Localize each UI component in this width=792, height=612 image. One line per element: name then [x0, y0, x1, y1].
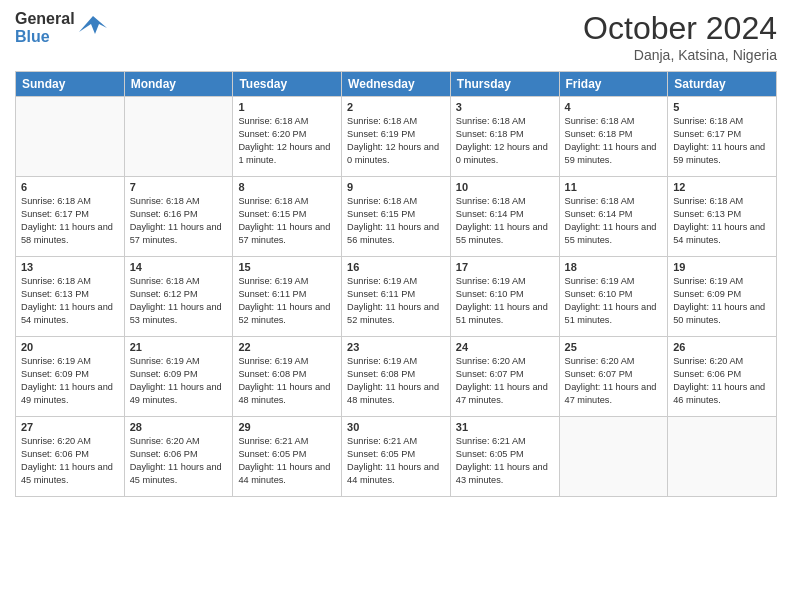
calendar-week-3: 13Sunrise: 6:18 AM Sunset: 6:13 PM Dayli… [16, 257, 777, 337]
day-number: 12 [673, 181, 771, 193]
day-info: Sunrise: 6:18 AM Sunset: 6:18 PM Dayligh… [565, 115, 663, 167]
calendar-cell: 15Sunrise: 6:19 AM Sunset: 6:11 PM Dayli… [233, 257, 342, 337]
calendar-cell: 12Sunrise: 6:18 AM Sunset: 6:13 PM Dayli… [668, 177, 777, 257]
day-number: 26 [673, 341, 771, 353]
calendar-cell: 22Sunrise: 6:19 AM Sunset: 6:08 PM Dayli… [233, 337, 342, 417]
calendar-cell [668, 417, 777, 497]
day-info: Sunrise: 6:18 AM Sunset: 6:15 PM Dayligh… [347, 195, 445, 247]
day-info: Sunrise: 6:18 AM Sunset: 6:17 PM Dayligh… [21, 195, 119, 247]
calendar-cell: 31Sunrise: 6:21 AM Sunset: 6:05 PM Dayli… [450, 417, 559, 497]
calendar-cell: 29Sunrise: 6:21 AM Sunset: 6:05 PM Dayli… [233, 417, 342, 497]
calendar-cell: 25Sunrise: 6:20 AM Sunset: 6:07 PM Dayli… [559, 337, 668, 417]
day-info: Sunrise: 6:19 AM Sunset: 6:08 PM Dayligh… [347, 355, 445, 407]
day-info: Sunrise: 6:20 AM Sunset: 6:06 PM Dayligh… [673, 355, 771, 407]
logo-bird-icon [79, 14, 107, 42]
day-number: 25 [565, 341, 663, 353]
calendar-cell: 1Sunrise: 6:18 AM Sunset: 6:20 PM Daylig… [233, 97, 342, 177]
day-info: Sunrise: 6:18 AM Sunset: 6:18 PM Dayligh… [456, 115, 554, 167]
day-info: Sunrise: 6:19 AM Sunset: 6:10 PM Dayligh… [456, 275, 554, 327]
day-number: 3 [456, 101, 554, 113]
day-info: Sunrise: 6:20 AM Sunset: 6:06 PM Dayligh… [21, 435, 119, 487]
logo-text-general: General [15, 10, 75, 28]
calendar-cell: 3Sunrise: 6:18 AM Sunset: 6:18 PM Daylig… [450, 97, 559, 177]
calendar-header-row: Sunday Monday Tuesday Wednesday Thursday… [16, 72, 777, 97]
day-info: Sunrise: 6:19 AM Sunset: 6:08 PM Dayligh… [238, 355, 336, 407]
day-number: 7 [130, 181, 228, 193]
calendar-cell: 13Sunrise: 6:18 AM Sunset: 6:13 PM Dayli… [16, 257, 125, 337]
day-number: 9 [347, 181, 445, 193]
day-info: Sunrise: 6:18 AM Sunset: 6:12 PM Dayligh… [130, 275, 228, 327]
day-number: 13 [21, 261, 119, 273]
calendar-cell: 5Sunrise: 6:18 AM Sunset: 6:17 PM Daylig… [668, 97, 777, 177]
day-info: Sunrise: 6:19 AM Sunset: 6:09 PM Dayligh… [21, 355, 119, 407]
calendar-cell: 19Sunrise: 6:19 AM Sunset: 6:09 PM Dayli… [668, 257, 777, 337]
day-info: Sunrise: 6:19 AM Sunset: 6:09 PM Dayligh… [673, 275, 771, 327]
calendar-cell: 28Sunrise: 6:20 AM Sunset: 6:06 PM Dayli… [124, 417, 233, 497]
day-number: 10 [456, 181, 554, 193]
calendar-cell: 17Sunrise: 6:19 AM Sunset: 6:10 PM Dayli… [450, 257, 559, 337]
calendar-cell: 27Sunrise: 6:20 AM Sunset: 6:06 PM Dayli… [16, 417, 125, 497]
calendar-cell [124, 97, 233, 177]
day-number: 24 [456, 341, 554, 353]
logo-text-blue: Blue [15, 28, 75, 46]
col-saturday: Saturday [668, 72, 777, 97]
calendar-cell: 4Sunrise: 6:18 AM Sunset: 6:18 PM Daylig… [559, 97, 668, 177]
calendar-cell [16, 97, 125, 177]
calendar-cell: 11Sunrise: 6:18 AM Sunset: 6:14 PM Dayli… [559, 177, 668, 257]
col-friday: Friday [559, 72, 668, 97]
col-tuesday: Tuesday [233, 72, 342, 97]
day-info: Sunrise: 6:20 AM Sunset: 6:07 PM Dayligh… [456, 355, 554, 407]
day-info: Sunrise: 6:18 AM Sunset: 6:14 PM Dayligh… [565, 195, 663, 247]
day-number: 28 [130, 421, 228, 433]
day-number: 20 [21, 341, 119, 353]
calendar-cell: 10Sunrise: 6:18 AM Sunset: 6:14 PM Dayli… [450, 177, 559, 257]
day-number: 18 [565, 261, 663, 273]
calendar-week-5: 27Sunrise: 6:20 AM Sunset: 6:06 PM Dayli… [16, 417, 777, 497]
day-info: Sunrise: 6:19 AM Sunset: 6:09 PM Dayligh… [130, 355, 228, 407]
day-info: Sunrise: 6:21 AM Sunset: 6:05 PM Dayligh… [456, 435, 554, 487]
calendar-cell [559, 417, 668, 497]
day-number: 1 [238, 101, 336, 113]
svg-marker-0 [79, 16, 107, 34]
day-info: Sunrise: 6:19 AM Sunset: 6:11 PM Dayligh… [347, 275, 445, 327]
location-subtitle: Danja, Katsina, Nigeria [583, 47, 777, 63]
calendar-cell: 6Sunrise: 6:18 AM Sunset: 6:17 PM Daylig… [16, 177, 125, 257]
calendar-body: 1Sunrise: 6:18 AM Sunset: 6:20 PM Daylig… [16, 97, 777, 497]
calendar-cell: 16Sunrise: 6:19 AM Sunset: 6:11 PM Dayli… [342, 257, 451, 337]
header: General Blue October 2024 Danja, Katsina… [15, 10, 777, 63]
calendar-cell: 18Sunrise: 6:19 AM Sunset: 6:10 PM Dayli… [559, 257, 668, 337]
page: General Blue October 2024 Danja, Katsina… [0, 0, 792, 612]
day-info: Sunrise: 6:20 AM Sunset: 6:07 PM Dayligh… [565, 355, 663, 407]
day-number: 22 [238, 341, 336, 353]
day-info: Sunrise: 6:21 AM Sunset: 6:05 PM Dayligh… [347, 435, 445, 487]
day-info: Sunrise: 6:18 AM Sunset: 6:13 PM Dayligh… [673, 195, 771, 247]
calendar-cell: 9Sunrise: 6:18 AM Sunset: 6:15 PM Daylig… [342, 177, 451, 257]
calendar-cell: 30Sunrise: 6:21 AM Sunset: 6:05 PM Dayli… [342, 417, 451, 497]
calendar-cell: 7Sunrise: 6:18 AM Sunset: 6:16 PM Daylig… [124, 177, 233, 257]
day-number: 29 [238, 421, 336, 433]
col-thursday: Thursday [450, 72, 559, 97]
day-info: Sunrise: 6:18 AM Sunset: 6:20 PM Dayligh… [238, 115, 336, 167]
calendar-cell: 2Sunrise: 6:18 AM Sunset: 6:19 PM Daylig… [342, 97, 451, 177]
day-info: Sunrise: 6:18 AM Sunset: 6:15 PM Dayligh… [238, 195, 336, 247]
day-info: Sunrise: 6:19 AM Sunset: 6:10 PM Dayligh… [565, 275, 663, 327]
month-title: October 2024 [583, 10, 777, 47]
day-info: Sunrise: 6:18 AM Sunset: 6:17 PM Dayligh… [673, 115, 771, 167]
day-number: 16 [347, 261, 445, 273]
day-number: 23 [347, 341, 445, 353]
day-info: Sunrise: 6:18 AM Sunset: 6:16 PM Dayligh… [130, 195, 228, 247]
day-number: 21 [130, 341, 228, 353]
day-number: 31 [456, 421, 554, 433]
day-info: Sunrise: 6:21 AM Sunset: 6:05 PM Dayligh… [238, 435, 336, 487]
calendar-cell: 23Sunrise: 6:19 AM Sunset: 6:08 PM Dayli… [342, 337, 451, 417]
day-number: 15 [238, 261, 336, 273]
day-number: 30 [347, 421, 445, 433]
day-number: 2 [347, 101, 445, 113]
day-number: 11 [565, 181, 663, 193]
calendar-week-4: 20Sunrise: 6:19 AM Sunset: 6:09 PM Dayli… [16, 337, 777, 417]
col-sunday: Sunday [16, 72, 125, 97]
calendar-week-1: 1Sunrise: 6:18 AM Sunset: 6:20 PM Daylig… [16, 97, 777, 177]
day-number: 14 [130, 261, 228, 273]
logo: General Blue [15, 10, 107, 45]
day-info: Sunrise: 6:20 AM Sunset: 6:06 PM Dayligh… [130, 435, 228, 487]
